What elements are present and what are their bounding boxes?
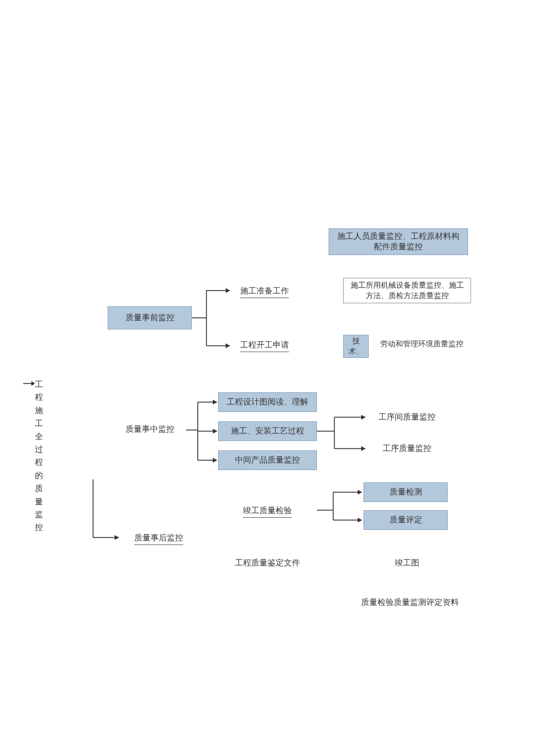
mid-fork	[186, 389, 218, 471]
process-text: 施工、安装工艺过程	[231, 426, 304, 436]
root-label: 工程施工全过程的质量监控	[35, 378, 51, 534]
svg-marker-15	[213, 458, 217, 463]
svg-marker-30	[115, 535, 119, 540]
doc-cert: 工程质量鉴定文件	[221, 556, 314, 570]
test-box: 质量检测	[363, 482, 448, 502]
eval-text: 质量评定	[390, 515, 422, 525]
inter-proc: 工序间质量监控	[366, 410, 448, 424]
personnel-box: 施工人员质量监控、工程原材料构配件质量监控	[329, 228, 468, 255]
svg-marker-19	[361, 415, 366, 420]
mid-control-box: 质量事中监控	[113, 421, 186, 438]
mid-right-fork	[317, 407, 369, 459]
labor-text: 劳动和管理环境质量监控	[380, 339, 463, 349]
intermediate-box: 中间产品质量监控	[218, 450, 317, 470]
process-box: 施工、安装工艺过程	[218, 421, 317, 441]
completion-check: 竣工质量检验	[233, 504, 302, 518]
post-right-fork	[317, 482, 363, 535]
materials: 质量检验质量监测评定资料	[346, 596, 474, 610]
intermediate-text: 中间产品质量监控	[235, 455, 300, 465]
pre-fork	[192, 279, 233, 354]
root-post-elbow	[90, 479, 122, 543]
pre-control-text: 质量事前监控	[126, 313, 174, 323]
tech-box: 技术、	[343, 335, 369, 358]
start-apply: 工程开工申请	[233, 339, 297, 353]
pre-control-box: 质量事前监控	[108, 306, 192, 329]
machinery-text: 施工所用机械设备质量监控、施工方法、质检方法质量监控	[347, 280, 467, 301]
proc-qc-text: 工序质量监控	[383, 443, 431, 454]
root-text: 工程施工全过程的质量监控	[35, 378, 44, 534]
drawing-box: 工程设计图阅读、理解	[218, 392, 317, 412]
start-apply-text: 工程开工申请	[240, 340, 289, 352]
svg-marker-25	[358, 490, 362, 495]
asbuilt: 竣工图	[378, 556, 436, 570]
svg-marker-7	[226, 343, 230, 348]
arrow-into-root	[23, 381, 35, 386]
tech-text: 技术、	[345, 336, 367, 357]
completion-check-text: 竣工质量检验	[243, 506, 292, 518]
prep-work-text: 施工准备工作	[240, 286, 289, 298]
svg-marker-5	[226, 288, 230, 293]
post-control-box: 质量事后监控	[122, 532, 195, 546]
materials-text: 质量检验质量监测评定资料	[361, 597, 459, 608]
doc-cert-text: 工程质量鉴定文件	[235, 558, 300, 568]
post-control-text: 质量事后监控	[134, 533, 183, 545]
svg-marker-1	[31, 381, 35, 386]
mid-control-text: 质量事中监控	[126, 424, 174, 435]
inter-proc-text: 工序间质量监控	[379, 412, 436, 422]
test-text: 质量检测	[390, 487, 422, 497]
svg-marker-21	[361, 446, 366, 451]
asbuilt-text: 竣工图	[395, 558, 419, 568]
labor-box: 劳动和管理环境质量监控	[372, 331, 471, 357]
svg-marker-13	[213, 429, 217, 433]
svg-marker-27	[358, 518, 362, 522]
proc-qc: 工序质量监控	[366, 442, 448, 456]
svg-marker-11	[213, 400, 217, 404]
eval-box: 质量评定	[363, 510, 448, 530]
personnel-text: 施工人员质量监控、工程原材料构配件质量监控	[334, 231, 463, 252]
drawing-text: 工程设计图阅读、理解	[227, 397, 308, 407]
machinery-box: 施工所用机械设备质量监控、施工方法、质检方法质量监控	[343, 278, 471, 303]
prep-work: 施工准备工作	[233, 285, 297, 299]
